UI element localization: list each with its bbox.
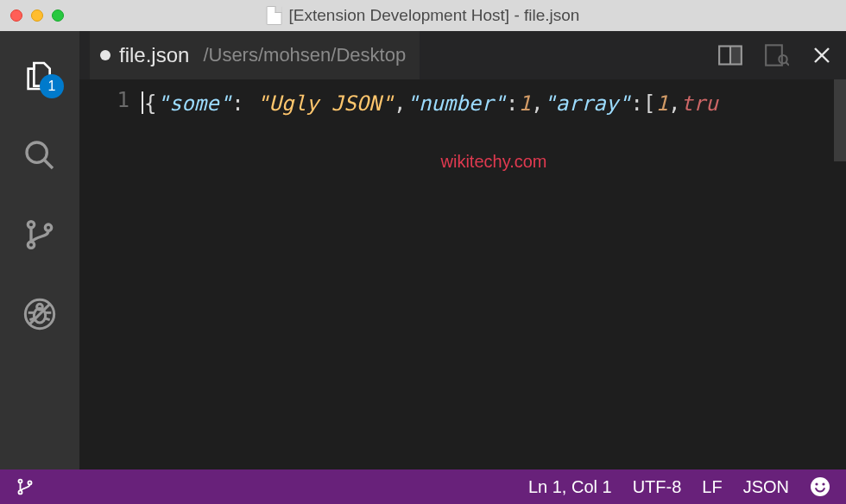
status-language[interactable]: JSON (733, 477, 799, 497)
svg-point-17 (779, 55, 786, 63)
window-title-text: [Extension Development Host] - file.json (289, 6, 580, 25)
svg-point-7 (37, 304, 43, 310)
svg-point-23 (28, 481, 31, 484)
status-encoding[interactable]: UTF-8 (622, 477, 692, 497)
body: 1 (0, 31, 846, 469)
line-number: 1 (79, 88, 129, 112)
status-cursor-pos[interactable]: Ln 1, Col 1 (518, 477, 622, 497)
svg-line-1 (44, 160, 53, 168)
tab-filepath: /Users/mohsen/Desktop (203, 44, 406, 66)
split-editor-icon (718, 45, 742, 66)
watermark: wikitechy.com (441, 152, 547, 172)
titlebar[interactable]: [Extension Development Host] - file.json (0, 0, 846, 31)
feedback-button[interactable] (799, 476, 830, 497)
toggle-preview-button[interactable] (765, 44, 789, 66)
maximize-window-button[interactable] (52, 9, 64, 22)
activity-bar: 1 (0, 31, 79, 469)
svg-point-25 (815, 482, 818, 485)
smiley-icon (810, 476, 830, 497)
svg-point-24 (811, 477, 830, 496)
tab-file-json[interactable]: file.json /Users/mohsen/Desktop (90, 31, 420, 79)
explorer-badge: 1 (40, 74, 64, 98)
window-controls (10, 9, 64, 22)
debug-button[interactable] (19, 293, 60, 335)
svg-line-11 (29, 318, 34, 320)
editor[interactable]: 1 {"some": "Ugly JSON","number":1,"array… (79, 79, 846, 469)
tab-filename: file.json (119, 43, 189, 67)
search-icon (22, 138, 57, 173)
scrollbar-thumb[interactable] (834, 79, 846, 161)
svg-line-12 (46, 318, 50, 320)
svg-point-4 (45, 224, 51, 230)
file-icon (267, 6, 282, 25)
svg-point-22 (18, 490, 22, 494)
editor-group: file.json /Users/mohsen/Desktop (79, 31, 846, 469)
code-area[interactable]: {"some": "Ugly JSON","number":1,"array":… (142, 79, 846, 469)
scm-button[interactable] (19, 214, 60, 255)
svg-point-26 (822, 482, 824, 485)
close-editor-button[interactable] (811, 45, 832, 66)
split-editor-button[interactable] (718, 45, 742, 66)
status-eol[interactable]: LF (691, 477, 732, 497)
svg-point-2 (28, 222, 34, 228)
minimize-window-button[interactable] (31, 9, 43, 22)
git-branch-icon (22, 217, 57, 252)
bug-disabled-icon (22, 297, 57, 331)
git-branch-icon (16, 477, 35, 496)
svg-point-0 (27, 142, 47, 162)
window-title: [Extension Development Host] - file.json (267, 6, 580, 25)
search-button[interactable] (19, 135, 60, 176)
svg-point-21 (18, 480, 22, 483)
window: [Extension Development Host] - file.json… (0, 0, 846, 504)
preview-icon (765, 44, 789, 66)
dirty-indicator-icon (100, 50, 110, 60)
cursor (142, 91, 143, 114)
svg-rect-15 (731, 47, 741, 64)
status-bar: Ln 1, Col 1 UTF-8 LF JSON (0, 469, 846, 504)
editor-actions (718, 44, 832, 66)
status-scm-button[interactable] (16, 477, 45, 496)
svg-line-18 (786, 62, 790, 66)
svg-point-3 (28, 242, 34, 248)
gutter: 1 (79, 79, 142, 469)
close-icon (811, 45, 832, 66)
explorer-button[interactable]: 1 (19, 55, 60, 97)
close-window-button[interactable] (10, 9, 22, 22)
tab-bar: file.json /Users/mohsen/Desktop (79, 31, 846, 79)
